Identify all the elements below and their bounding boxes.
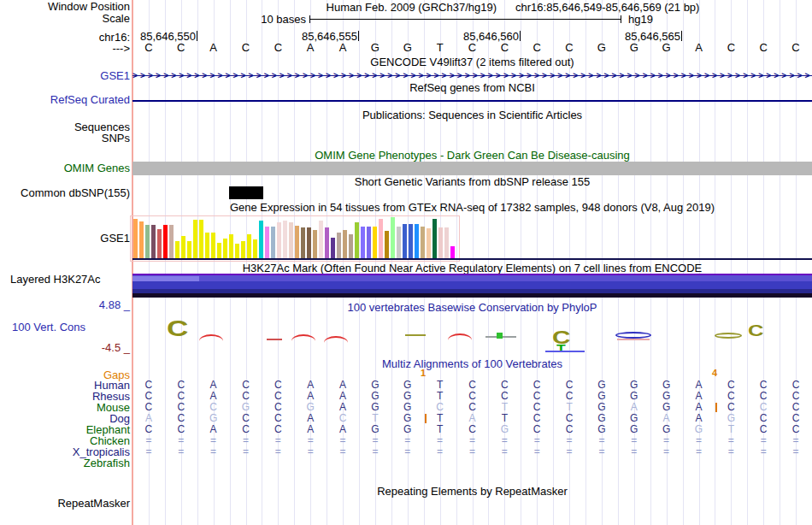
gtex-bar [427, 228, 431, 258]
gtex-bar [349, 234, 353, 258]
base-letter: G [618, 42, 650, 54]
gtex-bar [283, 221, 287, 258]
gtex-bar [450, 246, 455, 258]
conservation-line [267, 339, 282, 340]
publications-track-title: Publications: Sequences in Scientific Ar… [132, 109, 812, 121]
insertion-marker [715, 403, 717, 412]
alignment-letter: = [618, 446, 650, 457]
coordinate-label: 85,646,555 [297, 31, 359, 42]
gtex-bar [397, 227, 401, 258]
gtex-bar [253, 239, 257, 258]
base-letter: T [424, 42, 456, 54]
base-letter: A [683, 42, 715, 54]
gtex-bar [289, 222, 293, 258]
repeatmasker-track-title: Repeating Elements by RepeatMasker [132, 486, 812, 497]
gtex-bar [385, 231, 389, 258]
assembly-tag: hg19 [628, 13, 653, 26]
h3k27ac-layer-black [132, 293, 812, 298]
gtex-bar [151, 225, 156, 258]
coordinate-label: 85,646,565 [620, 31, 682, 42]
gtex-bar [331, 238, 335, 258]
conservation-ellipse [715, 333, 742, 339]
conservation-line [617, 339, 650, 340]
alignment-letter: = [230, 446, 262, 457]
base-letter: C [553, 42, 585, 54]
strand-direction-label: ---> [112, 43, 130, 54]
alignment-letter: = [780, 446, 812, 457]
gencode-gene-label[interactable]: GSE1 [100, 70, 130, 81]
common-dbsnp-label[interactable]: Common dbSNP(155) [21, 187, 130, 198]
gtex-bar [337, 233, 341, 258]
base-letter: C [262, 42, 294, 54]
gtex-bar [319, 221, 323, 258]
gtex-bar [265, 227, 269, 258]
alignment-letter: = [650, 446, 683, 457]
alignment-letter: = [262, 446, 294, 457]
base-letter: A [294, 42, 327, 54]
coordinate-tick [197, 31, 197, 41]
conservation-max-label: 4.88 _ [99, 299, 130, 310]
alignment-letter: = [521, 446, 553, 457]
base-letter: C [230, 42, 262, 54]
refseq-curated-label[interactable]: RefSeq Curated [50, 94, 130, 105]
insertion-marker [425, 414, 427, 423]
gtex-bar [355, 222, 359, 258]
base-letter: C [132, 42, 165, 54]
gtex-bar [367, 227, 371, 258]
gencode-track-title: GENCODE V49lift37 (2 items filtered out) [132, 56, 812, 68]
base-letter: C [521, 42, 553, 54]
conservation-ellipse [615, 332, 651, 339]
gtex-track-title: Gene Expression in 54 tissues from GTEx … [132, 202, 812, 213]
omim-genes-label[interactable]: OMIM Genes [64, 162, 130, 174]
base-letter: G [391, 42, 424, 54]
refseq-gene-line[interactable] [132, 100, 812, 102]
omim-track-title: OMIM Gene Phenotypes - Dark Green Can Be… [132, 150, 812, 161]
alignment-letter: = [456, 446, 489, 457]
scale-bar [309, 19, 621, 20]
conservation-line [405, 334, 426, 336]
gtex-bar [307, 227, 311, 258]
scale-bar-left-tick [309, 15, 310, 23]
position-range: chr16:85,646,549-85,646,569 (21 bp) [515, 1, 699, 14]
genome-browser-image: Window Position Human Feb. 2009 (GRCh37/… [0, 0, 812, 525]
conservation-track-title: 100 vertebrates Basewise Conservation by… [132, 302, 812, 313]
dbsnp-variant-box[interactable] [229, 186, 263, 199]
gtex-bar [193, 220, 197, 258]
gtex-bar [211, 233, 215, 258]
repeatmasker-label[interactable]: RepeatMasker [57, 498, 130, 509]
omim-gene-bar[interactable] [132, 162, 812, 175]
coordinate-tick [358, 31, 359, 41]
conservation-track-label[interactable]: 100 Vert. Cons [12, 321, 85, 333]
gencode-gene-arrows[interactable]: >>>>>>>>>>>>>>>>>>>>>>>>>>>>>>>>>>>>>>>>… [132, 70, 812, 81]
gtex-bar [361, 227, 365, 258]
base-letter: G [359, 42, 391, 54]
gtex-bar [438, 227, 443, 258]
gtex-bar [271, 227, 275, 258]
gtex-bar [259, 221, 263, 258]
snps-label[interactable]: SNPs [102, 133, 130, 144]
alignment-letter: = [327, 446, 359, 457]
species-label[interactable]: Zebrafish [84, 457, 130, 469]
gtex-bar [175, 241, 179, 258]
coordinate-tick [681, 31, 682, 41]
conservation-min-label: -4.5 _ [102, 342, 130, 353]
gap-size-number: 1 [421, 368, 426, 378]
gtex-bar [217, 243, 221, 258]
scale-label: Scale [102, 13, 130, 24]
alignment-letter: = [165, 446, 197, 457]
gtex-bar [415, 224, 419, 258]
alignment-letter: = [359, 446, 391, 457]
h3k27ac-track-title: H3K27Ac Mark (Often Found Near Active Re… [132, 262, 812, 274]
gtex-bar [163, 225, 168, 258]
alignment-letter: = [197, 446, 230, 457]
gtex-bar [205, 233, 209, 258]
base-letter: C [456, 42, 489, 54]
base-letter: A [327, 42, 359, 54]
conservation-letter: C [748, 322, 764, 339]
layered-h3k27ac-label[interactable]: Layered H3K27Ac [10, 274, 101, 285]
alignment-letter: = [294, 446, 327, 457]
gtex-gene-label[interactable]: GSE1 [100, 233, 130, 244]
base-letter: C [488, 42, 521, 54]
gtex-bar [181, 236, 185, 258]
gtex-bar [409, 224, 413, 258]
